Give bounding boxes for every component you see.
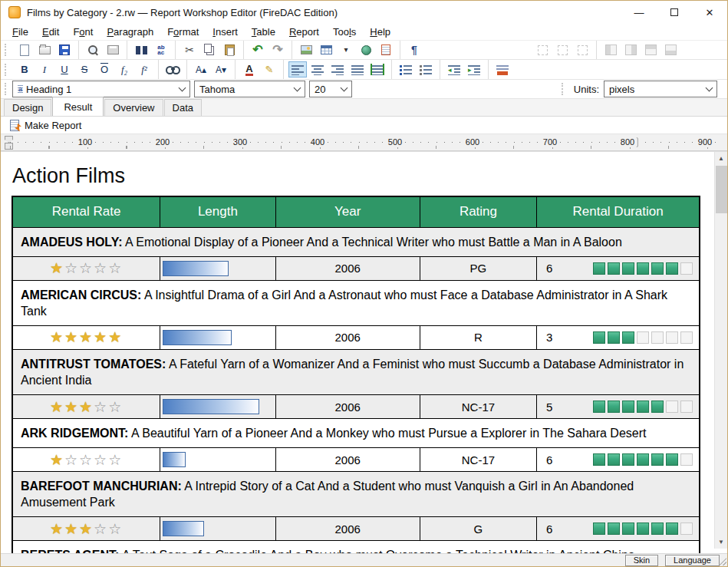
maximize-button[interactable] xyxy=(657,1,692,24)
copy-button[interactable] xyxy=(200,42,219,58)
minimize-button[interactable]: — xyxy=(621,1,657,24)
film-description-cell: ARK RIDGEMONT: A Beautiful Yarn of a Pio… xyxy=(12,419,700,448)
grow-font-button[interactable]: A▴ xyxy=(192,61,210,77)
overline-button[interactable]: O xyxy=(95,61,114,77)
open-folder-button[interactable] xyxy=(35,42,54,58)
toolbar-grip[interactable] xyxy=(5,83,9,95)
scroll-up-arrow-icon[interactable]: ▲ xyxy=(715,152,727,165)
insert-hyperlink-button[interactable] xyxy=(357,42,375,58)
layout-top-button[interactable] xyxy=(641,42,660,58)
insert-text-frame-button[interactable] xyxy=(377,42,395,58)
tab-data[interactable]: Data xyxy=(164,99,202,116)
duration-box-filled-icon xyxy=(608,453,620,466)
print-preview-button[interactable] xyxy=(84,42,102,58)
menu-item-table[interactable]: Table xyxy=(245,25,282,39)
font-name-combobox[interactable]: Tahoma xyxy=(194,81,305,97)
toolbar-grip[interactable] xyxy=(562,83,566,95)
bullet-list-button[interactable] xyxy=(397,61,415,77)
menu-item-report[interactable]: Report xyxy=(282,25,326,39)
menu-item-paragraph[interactable]: Paragraph xyxy=(100,25,160,39)
resize-grip[interactable] xyxy=(719,558,726,565)
find-button[interactable] xyxy=(132,42,150,58)
replace-button[interactable]: ab ac xyxy=(152,42,170,58)
star-empty-icon: ☆ xyxy=(64,260,79,276)
insert-table-icon xyxy=(321,45,332,54)
print-button[interactable] xyxy=(104,42,122,58)
redo-button[interactable]: ↷ xyxy=(268,42,287,58)
fit-width-button[interactable] xyxy=(368,61,387,77)
align-left-button[interactable] xyxy=(288,61,307,77)
align-justify-button[interactable] xyxy=(348,61,367,77)
skin-button[interactable]: Skin xyxy=(625,555,658,566)
column-header-length: Length xyxy=(160,196,276,227)
horizontal-rule-button[interactable] xyxy=(493,61,512,77)
scrollbar-thumb[interactable] xyxy=(716,166,727,213)
insert-hyperlink-icon xyxy=(361,45,371,55)
menu-item-tools[interactable]: Tools xyxy=(326,25,363,39)
toolbar-group: BIUSOf₂f² xyxy=(12,60,156,79)
length-cell xyxy=(160,395,276,419)
bold-button[interactable]: B xyxy=(15,61,34,77)
tab-overview[interactable]: Overview xyxy=(104,99,163,116)
character-preview-button[interactable] xyxy=(163,61,182,77)
frame-tool-3-button[interactable] xyxy=(573,42,591,58)
menu-item-help[interactable]: Help xyxy=(363,25,397,39)
chevron-down-icon xyxy=(294,84,301,92)
duration-box-filled-icon xyxy=(608,522,620,535)
numbered-list-button[interactable] xyxy=(417,61,435,77)
subscript-button[interactable]: f₂ xyxy=(115,61,133,77)
superscript-button[interactable]: f² xyxy=(135,61,153,77)
increase-indent-button[interactable] xyxy=(465,61,483,77)
shrink-font-button[interactable]: A▾ xyxy=(212,61,230,77)
menu-item-format[interactable]: Format xyxy=(160,25,206,39)
save-button[interactable] xyxy=(55,42,74,58)
units-section: Units: pixels xyxy=(562,81,721,97)
layout-right-button[interactable] xyxy=(621,42,640,58)
decrease-indent-button[interactable] xyxy=(445,61,463,77)
tab-result[interactable]: Result xyxy=(52,97,104,116)
menu-item-edit[interactable]: Edit xyxy=(35,25,66,39)
layout-bottom-button[interactable] xyxy=(661,42,680,58)
tab-design[interactable]: Design xyxy=(4,99,51,116)
strikethrough-button[interactable]: S xyxy=(75,61,94,77)
font-size-combobox[interactable]: 20 xyxy=(309,81,352,97)
insert-table-button[interactable] xyxy=(317,42,335,58)
paragraph-style-combobox[interactable]: a Heading 1 xyxy=(12,81,190,97)
align-left-icon xyxy=(292,64,304,75)
language-button[interactable]: Language xyxy=(665,555,720,566)
align-right-button[interactable] xyxy=(328,61,347,77)
frame-tool-2-button[interactable] xyxy=(553,42,572,58)
table-dropdown-button[interactable]: ▾ xyxy=(337,42,355,58)
highlight-color-button[interactable]: ✎ xyxy=(260,61,278,77)
paste-button[interactable] xyxy=(220,42,239,58)
star-filled-icon: ★ xyxy=(79,399,94,415)
close-button[interactable]: ✕ xyxy=(692,1,727,24)
star-filled-icon: ★ xyxy=(94,329,108,345)
make-report-button[interactable]: Make Report xyxy=(5,119,86,132)
decrease-indent-icon xyxy=(448,64,460,75)
window-controls: — ✕ xyxy=(621,1,727,24)
cut-button[interactable]: ✂ xyxy=(180,42,199,58)
film-description-row: BAREFOOT MANCHURIAN: A Intrepid Story of… xyxy=(12,472,700,517)
italic-button[interactable]: I xyxy=(35,61,54,77)
undo-button[interactable]: ↶ xyxy=(249,42,267,58)
frame-tool-1-button[interactable] xyxy=(533,42,552,58)
film-description-row: AMERICAN CIRCUS: A Insightful Drama of a… xyxy=(12,280,700,325)
year-cell: 2006 xyxy=(275,395,420,419)
font-color-button[interactable]: A xyxy=(240,61,259,77)
layout-left-button[interactable] xyxy=(601,42,620,58)
scroll-down-arrow-icon[interactable]: ▼ xyxy=(715,536,727,549)
vertical-scrollbar[interactable]: ▲ ▼ xyxy=(714,152,727,549)
toolbar-grip[interactable] xyxy=(5,44,9,56)
new-document-button[interactable] xyxy=(15,42,34,58)
save-icon xyxy=(59,45,70,55)
insert-image-button[interactable] xyxy=(297,42,315,58)
menu-item-file[interactable]: File xyxy=(5,25,35,39)
align-center-button[interactable] xyxy=(308,61,327,77)
menu-item-insert[interactable]: Insert xyxy=(206,25,245,39)
underline-button[interactable]: U xyxy=(55,61,74,77)
units-combobox[interactable]: pixels xyxy=(604,81,717,97)
menu-item-font[interactable]: Font xyxy=(66,25,100,39)
toolbar-grip[interactable] xyxy=(5,64,9,76)
formatting-marks-button[interactable]: ¶ xyxy=(405,42,423,58)
